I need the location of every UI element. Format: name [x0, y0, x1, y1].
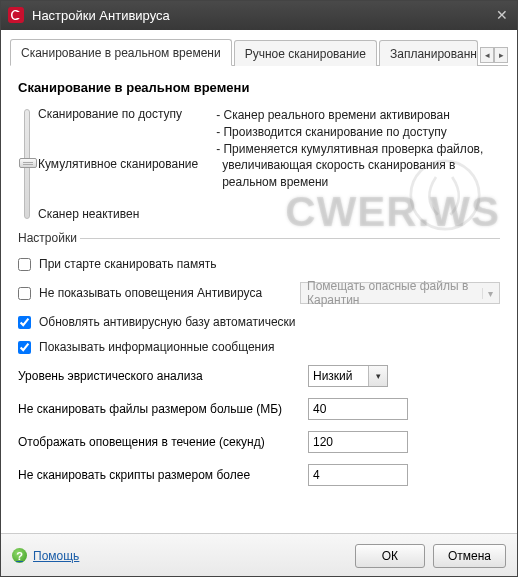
- window-title: Настройки Антивируса: [32, 8, 494, 23]
- label-alert-time: Отображать оповещения в течение (секунд): [18, 435, 298, 449]
- help-label: Помощь: [33, 549, 79, 563]
- label-show-info[interactable]: Показывать информационные сообщения: [39, 340, 274, 354]
- input-script-size[interactable]: [308, 464, 408, 486]
- checkbox-show-info[interactable]: [18, 341, 31, 354]
- panel-heading: Сканирование в реальном времени: [18, 80, 500, 95]
- cancel-button[interactable]: Отмена: [433, 544, 506, 568]
- help-link[interactable]: ? Помощь: [12, 548, 79, 563]
- scan-level-slider[interactable]: [24, 109, 30, 219]
- label-auto-update[interactable]: Обновлять антивирусную базу автоматическ…: [39, 315, 296, 329]
- ok-button[interactable]: ОК: [355, 544, 425, 568]
- tab-scroll-left[interactable]: ◂: [480, 47, 494, 63]
- slider-label-2: Сканер неактивен: [38, 207, 198, 221]
- tab-realtime[interactable]: Сканирование в реальном времени: [10, 39, 232, 66]
- close-button[interactable]: ✕: [494, 7, 510, 23]
- level-description: - Сканер реального времени активирован -…: [212, 107, 500, 221]
- slider-label-1: Кумулятивное сканирование: [38, 157, 198, 171]
- tab-scheduled[interactable]: Запланированное сканирование: [379, 40, 478, 66]
- label-script-size: Не сканировать скрипты размером более: [18, 468, 298, 482]
- select-heuristic[interactable]: Низкий: [308, 365, 388, 387]
- tab-scroll-right[interactable]: ▸: [494, 47, 508, 63]
- label-hide-alerts[interactable]: Не показывать оповещения Антивируса: [39, 286, 262, 300]
- tab-bar: Сканирование в реальном времени Ручное с…: [10, 38, 508, 66]
- tab-manual[interactable]: Ручное сканирование: [234, 40, 377, 66]
- label-heuristic: Уровень эвристического анализа: [18, 369, 298, 383]
- checkbox-auto-update[interactable]: [18, 316, 31, 329]
- label-scan-memory[interactable]: При старте сканировать память: [39, 257, 216, 271]
- footer-bar: ? Помощь ОК Отмена: [0, 533, 518, 577]
- label-max-size: Не сканировать файлы размером больше (МБ…: [18, 402, 298, 416]
- slider-label-0: Сканирование по доступу: [38, 107, 198, 121]
- alert-action-select-disabled: Помещать опасные файлы в Карантин: [300, 282, 500, 304]
- title-bar: Настройки Антивируса ✕: [0, 0, 518, 30]
- app-logo: [8, 7, 24, 23]
- input-max-size[interactable]: [308, 398, 408, 420]
- tab-scroll: ◂ ▸: [480, 47, 508, 65]
- settings-group-label: Настройки: [18, 231, 500, 245]
- slider-labels: Сканирование по доступу Кумулятивное ска…: [38, 107, 198, 221]
- help-icon: ?: [12, 548, 27, 563]
- checkbox-hide-alerts[interactable]: [18, 287, 31, 300]
- slider-thumb[interactable]: [19, 158, 37, 168]
- checkbox-scan-memory[interactable]: [18, 258, 31, 271]
- input-alert-time[interactable]: [308, 431, 408, 453]
